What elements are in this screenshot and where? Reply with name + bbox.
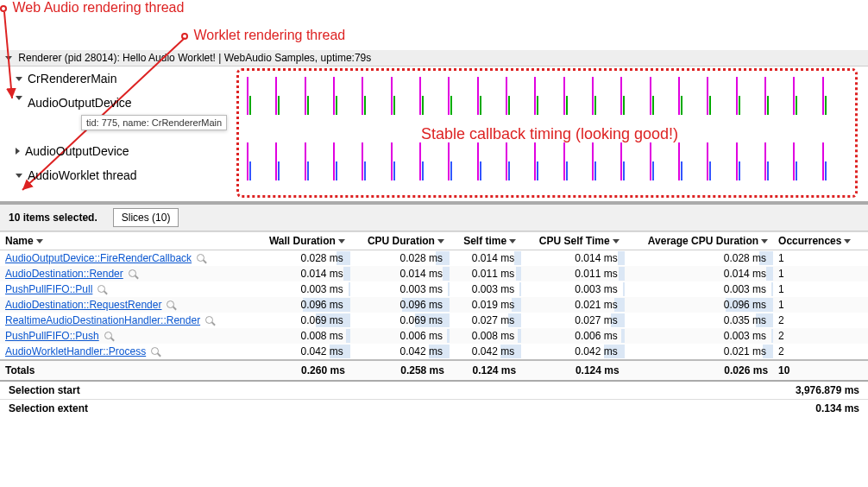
slice-link[interactable]: PushPullFIFO::Pull	[5, 283, 92, 295]
sort-icon	[437, 239, 444, 244]
table-row[interactable]: AudioDestination::RequestRender0.096 ms0…	[0, 297, 868, 313]
col-cpuself[interactable]: CPU Self Time	[521, 232, 624, 250]
table-cell: 2	[773, 344, 868, 360]
table-cell: 1	[773, 266, 868, 281]
process-header[interactable]: Renderer (pid 28014): Hello Audio Workle…	[0, 50, 868, 66]
slice-link[interactable]: AudioWorkletHandler::Process	[5, 345, 146, 357]
slice-link[interactable]: AudioDestination::RequestRender	[5, 299, 161, 311]
sort-icon	[613, 239, 620, 244]
table-cell: 0.006 ms	[350, 328, 450, 344]
table-row-totals: Totals0.260 ms0.258 ms0.124 ms0.124 ms0.…	[0, 360, 868, 380]
table-cell: 2	[773, 328, 868, 344]
thread-row-crrenderermain[interactable]: CrRendererMain	[0, 66, 231, 91]
sort-icon	[844, 239, 851, 244]
col-avgcpu[interactable]: Average CPU Duration	[625, 232, 773, 250]
table-cell: 0.008 ms	[252, 328, 350, 344]
magnify-icon[interactable]	[129, 269, 139, 280]
table-cell: 0.260 ms	[252, 360, 350, 380]
timeline-area[interactable]: Stable callback timing (looking good!)	[231, 66, 868, 201]
table-cell: 0.042 ms	[350, 344, 450, 360]
table-cell: 0.014 ms	[252, 266, 350, 281]
table-cell: 0.027 ms	[521, 313, 624, 328]
timeline-strip-audioworklet	[240, 139, 859, 184]
table-row[interactable]: AudioDestination::Render0.014 ms0.014 ms…	[0, 266, 868, 281]
col-self[interactable]: Self time	[450, 232, 521, 250]
selection-start-value: 3,976.879 ms	[796, 384, 859, 396]
table-row[interactable]: PushPullFIFO::Push0.008 ms0.006 ms0.008 …	[0, 328, 868, 344]
table-cell: 0.014 ms	[521, 250, 624, 267]
table-cell-name: AudioWorkletHandler::Process	[0, 344, 252, 360]
table-cell: 0.042 ms	[521, 344, 624, 360]
table-cell: 1	[773, 281, 868, 297]
annotation-marker-icon	[0, 5, 7, 12]
table-cell: 2	[773, 313, 868, 328]
sort-icon	[36, 239, 43, 244]
slices-button[interactable]: Slices (10)	[113, 208, 179, 227]
magnify-icon[interactable]	[205, 316, 216, 326]
table-cell: 0.027 ms	[450, 313, 521, 328]
table-cell-name: AudioDestination::RequestRender	[0, 297, 252, 313]
table-cell: 0.011 ms	[521, 266, 624, 281]
magnify-icon[interactable]	[97, 285, 108, 295]
table-cell-name: PushPullFIFO::Pull	[0, 281, 252, 297]
col-wall[interactable]: Wall Duration	[252, 232, 350, 250]
selection-extent-label: Selection extent	[9, 402, 88, 414]
table-cell: 0.124 ms	[450, 360, 521, 380]
col-name[interactable]: Name	[0, 232, 252, 250]
table-cell: 0.021 ms	[625, 344, 773, 360]
table-cell: 1	[773, 250, 868, 267]
table-cell: 0.124 ms	[521, 360, 624, 380]
table-cell: 0.019 ms	[450, 297, 521, 313]
annotation-worklet-thread: Worklet rendering thread	[181, 28, 345, 43]
sort-icon	[509, 239, 516, 244]
caret-down-icon	[16, 77, 22, 81]
thread-label: AudioWorklet thread	[28, 168, 137, 182]
selection-extent-value: 0.134 ms	[815, 402, 859, 414]
table-cell: 0.014 ms	[350, 266, 450, 281]
table-row[interactable]: AudioWorkletHandler::Process0.042 ms0.04…	[0, 344, 868, 360]
table-cell: 10	[773, 360, 868, 380]
table-cell-name: AudioDestination::Render	[0, 266, 252, 281]
caret-down-icon	[16, 174, 22, 178]
table-cell: 0.003 ms	[350, 281, 450, 297]
slices-table: Name Wall Duration CPU Duration Self tim…	[0, 231, 868, 380]
annotation-label: Worklet rendering thread	[193, 28, 345, 42]
magnify-icon[interactable]	[104, 332, 115, 342]
table-cell: 0.011 ms	[450, 266, 521, 281]
caret-right-icon	[16, 148, 20, 155]
table-cell-name: RealtimeAudioDestinationHandler::Render	[0, 313, 252, 328]
selection-start-label: Selection start	[9, 384, 80, 396]
magnify-icon[interactable]	[151, 347, 161, 357]
track-names-column: CrRendererMain AudioOutputDevice AudioOu…	[0, 66, 231, 201]
slice-link[interactable]: AudioOutputDevice::FireRenderCallback	[5, 252, 192, 264]
selection-start-row: Selection start 3,976.879 ms	[0, 382, 868, 399]
table-cell: 0.096 ms	[350, 297, 450, 313]
slice-link[interactable]: RealtimeAudioDestinationHandler::Render	[5, 314, 200, 326]
table-cell: 0.042 ms	[252, 344, 350, 360]
table-row[interactable]: PushPullFIFO::Pull0.003 ms0.003 ms0.003 …	[0, 281, 868, 297]
table-row[interactable]: RealtimeAudioDestinationHandler::Render0…	[0, 313, 868, 328]
annotation-label: Web Audio rendering thread	[12, 0, 184, 15]
table-cell: 0.096 ms	[252, 297, 350, 313]
col-occ[interactable]: Occurrences	[773, 232, 868, 250]
table-cell: 0.003 ms	[625, 281, 773, 297]
table-cell: 0.026 ms	[625, 360, 773, 380]
col-cpu[interactable]: CPU Duration	[350, 232, 450, 250]
tooltip-text: tid: 775, name: CrRendererMain	[86, 117, 222, 128]
selection-count: 10 items selected.	[9, 212, 97, 224]
slice-link[interactable]: PushPullFIFO::Push	[5, 330, 99, 342]
table-cell: 0.003 ms	[450, 281, 521, 297]
thread-label: AudioOutputDevice	[25, 144, 129, 158]
magnify-icon[interactable]	[197, 254, 207, 264]
slice-link[interactable]: AudioDestination::Render	[5, 268, 123, 280]
table-cell: 0.028 ms	[350, 250, 450, 267]
sort-icon	[761, 239, 768, 244]
table-row[interactable]: AudioOutputDevice::FireRenderCallback0.0…	[0, 250, 868, 267]
thread-row-audiooutputdevice-2[interactable]: AudioOutputDevice	[0, 139, 231, 163]
caret-down-icon	[5, 56, 12, 60]
thread-row-audioworklet[interactable]: AudioWorklet thread	[0, 163, 231, 187]
magnify-icon[interactable]	[167, 300, 177, 311]
table-cell: 0.014 ms	[625, 266, 773, 281]
table-cell: 0.014 ms	[450, 250, 521, 267]
table-cell: 0.008 ms	[450, 328, 521, 344]
